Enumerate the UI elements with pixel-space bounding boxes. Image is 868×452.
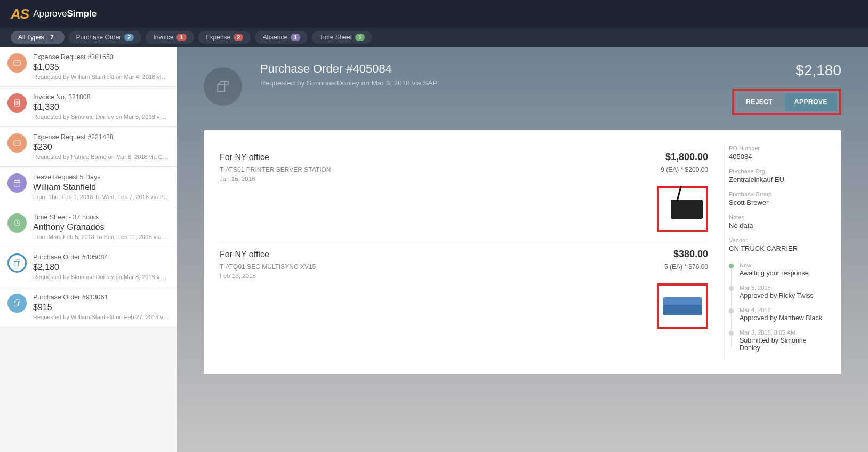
item-value: $230 [33, 142, 170, 152]
cal-icon [7, 173, 27, 193]
workspace: Expense Request #381650$1,035Requested b… [0, 47, 868, 452]
line-qty: 5 (EA) * $76.00 [664, 263, 708, 271]
top-bar: AS ApproveSimple [0, 0, 868, 28]
timeline-date: Now [740, 262, 825, 268]
detail-title: Purchase Order #405084 [260, 62, 714, 76]
filter-pill[interactable]: Invoice1 [146, 31, 194, 44]
detail-card: For NY office$1,800.00T-ATS01 PRINTER SE… [204, 130, 841, 374]
filter-pill[interactable]: Absence1 [255, 31, 308, 44]
info-label: Purchase Group [729, 191, 825, 197]
item-value: $1,330 [33, 102, 170, 112]
line-date: Feb 13, 2018 [220, 273, 708, 279]
request-item[interactable]: Expense Request #221428$230Requested by … [0, 127, 177, 167]
info-value: No data [729, 221, 825, 229]
line-item: For NY office$1,800.00T-ATS01 PRINTER SE… [220, 145, 708, 242]
line-description: T-ATS01 PRINTER SERVER STATION [220, 166, 331, 173]
filter-bar: All Types7Purchase Order2Invoice1Expense… [0, 28, 868, 47]
timeline-dot-icon [729, 286, 734, 291]
po-large-icon [204, 67, 242, 106]
logo-icon: AS [11, 6, 29, 22]
item-meta: From Thu, Feb 1, 2018 To Wed, Feb 7, 201… [33, 194, 170, 200]
info-label: Notes [729, 214, 825, 220]
timeline-date: Mar 4, 2018 [740, 307, 825, 313]
timeline-dot-icon [729, 308, 734, 313]
info-label: PO Number [729, 145, 825, 152]
info-value: 405084 [729, 153, 825, 161]
timeline-text: Submitted by Simonne Donley [740, 337, 825, 352]
filter-pill[interactable]: All Types7 [11, 31, 65, 44]
clock-icon [7, 213, 27, 233]
filter-pill[interactable]: Time Sheet1 [312, 31, 372, 44]
item-value: $2,180 [33, 263, 170, 272]
item-meta: From Mon, Feb 5, 2018 To Sun, Feb 11, 20… [33, 234, 170, 240]
svg-rect-0 [14, 61, 20, 65]
request-item[interactable]: Expense Request #381650$1,035Requested b… [0, 47, 177, 87]
request-item[interactable]: Invoice No. 321808$1,330Requested by Sim… [0, 87, 177, 127]
detail-amount: $2,180 [732, 62, 841, 79]
request-list[interactable]: Expense Request #381650$1,035Requested b… [0, 47, 177, 452]
timeline-dot-icon [729, 264, 734, 268]
item-value: $1,035 [33, 62, 170, 72]
item-value: Anthony Granados [33, 223, 170, 232]
timeline-item: NowAwaiting your response [729, 262, 825, 277]
svg-line-14 [17, 223, 18, 224]
item-title: Invoice No. 321808 [33, 93, 170, 101]
line-item: For NY office$380.00T-ATQ01 SEC MULTISYN… [220, 242, 708, 339]
request-item[interactable]: Time Sheet - 37 hoursAnthony GranadosFro… [0, 207, 177, 247]
item-title: Leave Request 5 Days [33, 173, 170, 181]
product-image-highlight-box [657, 186, 708, 232]
item-meta: Requested by Simonne Donley on Mar 5, 20… [33, 114, 170, 120]
item-title: Purchase Order #405084 [33, 253, 170, 261]
timeline-text: Awaiting your response [740, 269, 825, 277]
timeline-dot-icon [729, 331, 734, 336]
po-icon [7, 294, 27, 313]
timeline-text: Approved by Ricky Twiss [740, 292, 825, 299]
info-value: Zentraleinkauf EU [729, 176, 825, 184]
line-description: T-ATQ01 SEC MULTISYNC XV15 [220, 263, 316, 271]
item-value: $915 [33, 303, 170, 312]
line-location: For NY office [220, 153, 269, 162]
item-value: William Stanfield [33, 183, 170, 192]
logo[interactable]: AS ApproveSimple [11, 6, 97, 22]
request-item[interactable]: Purchase Order #405084$2,180Requested by… [0, 247, 177, 287]
item-title: Purchase Order #913061 [33, 294, 170, 301]
detail-sidebar: PO Number405084Purchase OrgZentraleinkau… [724, 145, 841, 359]
timeline-date: Mar 3, 2018, 8:05 AM [740, 329, 825, 336]
product-image-highlight-box [657, 283, 708, 329]
request-item[interactable]: Purchase Order #913061$915Requested by W… [0, 287, 177, 327]
reject-button[interactable]: Reject [736, 93, 782, 111]
svg-rect-8 [14, 180, 20, 186]
action-highlight-box: Reject Approve [732, 89, 841, 115]
detail-subtitle: Requested by Simonne Donley on Mar 3, 20… [260, 79, 714, 87]
filter-pill[interactable]: Expense2 [198, 31, 251, 44]
detail-pane: Purchase Order #405084 Requested by Simo… [177, 47, 868, 452]
line-qty: 9 (EA) * $200.00 [661, 166, 708, 173]
svg-rect-6 [14, 141, 20, 145]
item-meta: Requested by Patrice Borne on Mar 6, 201… [33, 154, 170, 160]
item-meta: Requested by Simonne Donley on Mar 3, 20… [33, 274, 170, 280]
item-title: Expense Request #381650 [33, 53, 170, 61]
line-date: Jan 15, 2018 [220, 176, 708, 182]
detail-header: Purchase Order #405084 Requested by Simo… [177, 47, 868, 115]
timeline-text: Approved by Matthew Black [740, 314, 825, 322]
item-meta: Requested by William Stanfield on Feb 27… [33, 314, 170, 320]
logo-text: ApproveSimple [33, 9, 97, 19]
filter-pill[interactable]: Purchase Order2 [69, 31, 142, 44]
info-label: Vendor [729, 237, 825, 243]
timeline-item: Mar 3, 2018, 8:05 AMSubmitted by Simonne… [729, 329, 825, 352]
request-item[interactable]: Leave Request 5 DaysWilliam StanfieldFro… [0, 167, 177, 207]
item-title: Time Sheet - 37 hours [33, 213, 170, 221]
line-items: For NY office$1,800.00T-ATS01 PRINTER SE… [204, 145, 724, 359]
item-meta: Requested by William Stanfield on Mar 4,… [33, 74, 170, 80]
info-value: CN TRUCK CARRIER [729, 244, 825, 252]
line-price: $1,800.00 [665, 152, 708, 163]
approval-timeline: NowAwaiting your responseMar 5, 2018Appr… [729, 262, 825, 352]
line-location: For NY office [220, 250, 269, 259]
doc-icon [7, 93, 27, 113]
approve-button[interactable]: Approve [785, 93, 837, 111]
po-icon [7, 253, 27, 273]
timeline-item: Mar 5, 2018Approved by Ricky Twiss [729, 284, 825, 299]
line-price: $380.00 [673, 249, 708, 260]
info-value: Scott Brewer [729, 199, 825, 207]
timeline-item: Mar 4, 2018Approved by Matthew Black [729, 307, 825, 322]
